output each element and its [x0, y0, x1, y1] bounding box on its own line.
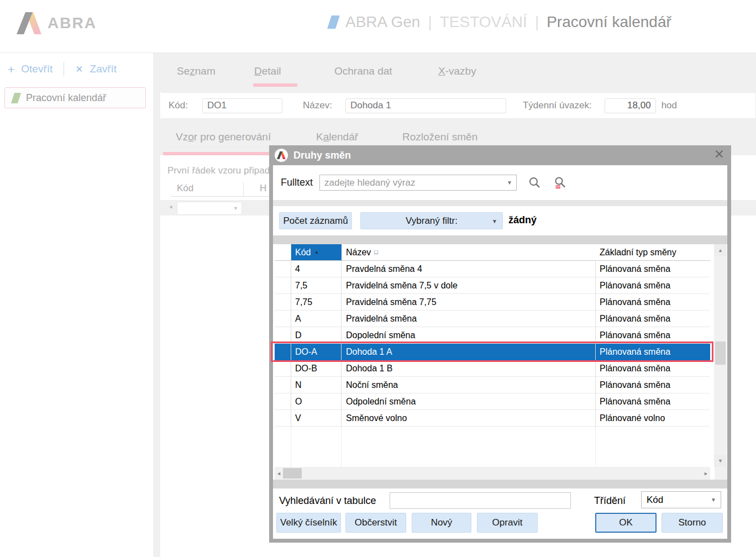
- tab-detail[interactable]: Detail: [254, 65, 281, 77]
- active-tab-underline: [253, 83, 297, 87]
- section-divider: [273, 200, 727, 206]
- cell-typ: Plánovaná směna: [596, 277, 710, 294]
- detail-form-row: Kód: Název: Týdenní úvazek: hod: [161, 92, 756, 119]
- column-header-nazev[interactable]: Název □: [342, 244, 596, 260]
- plus-icon: +: [8, 64, 14, 75]
- scroll-up-icon[interactable]: ▲: [714, 244, 727, 256]
- subtab-kalendar[interactable]: Kalendář: [316, 131, 358, 143]
- tab-x-vazby[interactable]: X-vazby: [438, 65, 476, 77]
- selected-filter-dropdown[interactable]: Vybraný filtr: ▼: [360, 212, 503, 229]
- logo-text: ABRA: [48, 14, 97, 32]
- dialog-title: Druhy směn: [293, 150, 351, 161]
- scroll-down-icon[interactable]: ▼: [714, 455, 727, 467]
- row-gutter: [275, 311, 291, 327]
- row-gutter: [275, 277, 291, 294]
- close-button[interactable]: ✕ Zavřít: [75, 63, 117, 75]
- filter-row: Počet záznamů Vybraný filtr: ▼ žádný: [273, 206, 727, 235]
- table-row[interactable]: DO-BDohoda 1 BPlánovaná směna: [275, 360, 710, 377]
- sort-select[interactable]: Kód ▼: [641, 491, 721, 508]
- agenda-parallelogram-icon: [11, 93, 21, 103]
- filter-dropdown-icon: ▼: [492, 218, 497, 224]
- dialog-close-icon[interactable]: ✕: [714, 147, 725, 162]
- cell-typ: Plánovaná směna: [596, 360, 710, 377]
- fulltext-dropdown-icon[interactable]: ▼: [507, 180, 512, 186]
- new-button[interactable]: Nový: [412, 513, 471, 533]
- toolbar-divider: [64, 62, 64, 76]
- subtab-vzor-pro-generovani[interactable]: Vzor pro generování: [176, 131, 271, 143]
- table-row[interactable]: VSměnové volnoPlánované volno: [275, 410, 710, 427]
- cell-kod: DO-B: [291, 360, 342, 377]
- column-header-typ[interactable]: Základní typ směny: [596, 244, 710, 260]
- cell-kod: O: [291, 393, 342, 410]
- selected-filter-label: Vybraný filtr:: [406, 216, 458, 227]
- column-header-kod[interactable]: Kód ▲: [291, 244, 342, 260]
- column-options-icon: □: [374, 249, 378, 255]
- row-gutter: [275, 393, 291, 410]
- table-row[interactable]: APravidelná směnaPlánovaná směna: [275, 311, 710, 327]
- cell-kod: V: [291, 410, 342, 427]
- dialog-titlebar[interactable]: Druhy směn ✕: [269, 145, 731, 165]
- close-button-label: Zavřít: [90, 63, 117, 75]
- cell-nazev: Pravidelná směna 7,5 v dole: [342, 277, 596, 294]
- open-button[interactable]: + Otevřít: [8, 63, 53, 75]
- table-search-input[interactable]: [390, 492, 571, 509]
- asterisk-marker: *: [170, 203, 173, 213]
- mini-combo[interactable]: ▼: [177, 202, 242, 215]
- first-row-label: První řádek vzoru připada: [167, 165, 275, 176]
- horizontal-scrollbar-thumb[interactable]: [283, 468, 302, 479]
- fulltext-search-settings-icon[interactable]: [554, 176, 567, 192]
- druhy-smen-dialog: Druhy směn ✕ Fulltext ▼ Počet záznamů Vy…: [269, 145, 731, 543]
- vertical-scrollbar-thumb[interactable]: [715, 341, 726, 365]
- table-row[interactable]: OOdpolední směnaPlánovaná směna: [275, 393, 710, 410]
- cancel-button[interactable]: Storno: [662, 513, 723, 533]
- scroll-left-icon[interactable]: ◄: [275, 467, 283, 480]
- edit-button[interactable]: Opravit: [477, 513, 538, 533]
- abra-logo: ABRA: [17, 12, 97, 34]
- tab-ochrana-dat[interactable]: Ochrana dat: [334, 65, 392, 77]
- cell-typ: Plánovaná směna: [596, 294, 710, 311]
- table-search-label: Vyhledávání v tabulce: [279, 495, 376, 507]
- cell-typ: Plánované volno: [596, 410, 710, 427]
- tab-seznam[interactable]: Seznam: [177, 65, 216, 77]
- dialog-body: Fulltext ▼ Počet záznamů Vybraný filtr: …: [273, 165, 727, 539]
- shift-table-header: Kód ▲ Název □ Základní typ směny: [275, 244, 710, 261]
- sort-select-value: Kód: [647, 495, 663, 506]
- table-row[interactable]: 7,75Pravidelná směna 7,75Plánovaná směna: [275, 294, 710, 311]
- dialog-button-row: Velký číselník Občerstvit Nový Opravit O…: [273, 513, 727, 535]
- sidebar-item-pracovni-kalendar[interactable]: Pracovní kalendář: [4, 87, 146, 108]
- table-row[interactable]: NNoční směnaPlánovaná směna: [275, 377, 710, 393]
- cell-typ: Plánovaná směna: [596, 311, 710, 327]
- header-gutter: [275, 244, 291, 260]
- search-icon[interactable]: [528, 176, 542, 192]
- horizontal-scrollbar[interactable]: ◄ ►: [275, 467, 710, 480]
- column-guide: [341, 427, 342, 467]
- cell-nazev: Pravidelná směna: [342, 311, 596, 327]
- cell-kod: A: [291, 311, 342, 327]
- fulltext-input[interactable]: [320, 175, 511, 190]
- kod-field[interactable]: [202, 98, 282, 113]
- row-gutter: [275, 377, 291, 393]
- selected-row-highlight-box: [271, 341, 713, 362]
- table-row[interactable]: 7,5Pravidelná směna 7,5 v dolePlánovaná …: [275, 277, 710, 294]
- sort-label: Třídění: [594, 495, 626, 507]
- sidebar-toolbar: + Otevřít ✕ Zavřít: [8, 62, 117, 76]
- uvazek-field[interactable]: [605, 98, 656, 113]
- uvazek-label: Týdenní úvazek:: [523, 100, 592, 111]
- mini-col-kod: Kód: [177, 183, 193, 194]
- subtab-rozlozeni-smen[interactable]: Rozložení směn: [402, 131, 477, 143]
- scroll-right-icon[interactable]: ►: [702, 467, 710, 480]
- sidebar-gap: [153, 53, 160, 557]
- title-separator: |: [535, 13, 539, 31]
- vertical-scrollbar[interactable]: ▲ ▼: [714, 244, 727, 467]
- app-header: ABRA ABRA Gen | TESTOVÁNÍ | Pracovní kal…: [0, 0, 756, 53]
- environment-name: TESTOVÁNÍ: [440, 13, 527, 31]
- refresh-button[interactable]: Občerstvit: [345, 513, 406, 533]
- fulltext-label: Fulltext: [281, 177, 313, 188]
- record-count-button[interactable]: Počet záznamů: [279, 212, 352, 229]
- fulltext-combo: ▼: [319, 175, 517, 191]
- table-row[interactable]: 4Pravdelná směna 4Plánovaná směna: [275, 261, 710, 277]
- ok-button[interactable]: OK: [595, 513, 657, 533]
- big-list-button[interactable]: Velký číselník: [276, 513, 341, 533]
- cell-nazev: Pravidelná směna 7,75: [342, 294, 596, 311]
- nazev-field[interactable]: [345, 98, 506, 113]
